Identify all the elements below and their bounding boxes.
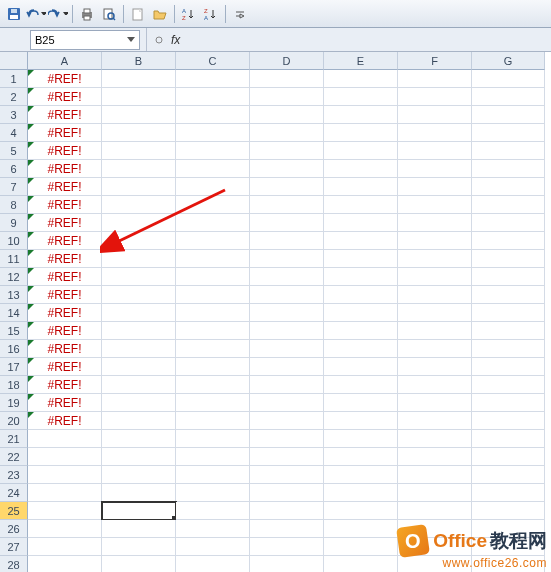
cell-B1[interactable] — [102, 70, 176, 88]
cell-D4[interactable] — [250, 124, 324, 142]
cell-C23[interactable] — [176, 466, 250, 484]
cell-A18[interactable]: #REF! — [28, 376, 102, 394]
cell-B11[interactable] — [102, 250, 176, 268]
cell-E15[interactable] — [324, 322, 398, 340]
cell-D17[interactable] — [250, 358, 324, 376]
row-header-8[interactable]: 8 — [0, 196, 28, 214]
cell-G19[interactable] — [472, 394, 545, 412]
fx-label[interactable]: fx — [171, 33, 180, 47]
cell-F7[interactable] — [398, 178, 472, 196]
cell-A20[interactable]: #REF! — [28, 412, 102, 430]
cell-G11[interactable] — [472, 250, 545, 268]
cell-G10[interactable] — [472, 232, 545, 250]
cell-A22[interactable] — [28, 448, 102, 466]
cell-G14[interactable] — [472, 304, 545, 322]
row-header-28[interactable]: 28 — [0, 556, 28, 572]
cell-G15[interactable] — [472, 322, 545, 340]
row-header-11[interactable]: 11 — [0, 250, 28, 268]
row-header-16[interactable]: 16 — [0, 340, 28, 358]
cell-E20[interactable] — [324, 412, 398, 430]
cell-A7[interactable]: #REF! — [28, 178, 102, 196]
formula-input[interactable] — [188, 31, 551, 49]
row-header-20[interactable]: 20 — [0, 412, 28, 430]
cell-F16[interactable] — [398, 340, 472, 358]
cell-C21[interactable] — [176, 430, 250, 448]
cell-G7[interactable] — [472, 178, 545, 196]
cell-C18[interactable] — [176, 376, 250, 394]
cell-A11[interactable]: #REF! — [28, 250, 102, 268]
cell-B25[interactable] — [102, 502, 176, 520]
cell-F5[interactable] — [398, 142, 472, 160]
row-header-24[interactable]: 24 — [0, 484, 28, 502]
cell-A21[interactable] — [28, 430, 102, 448]
cell-F1[interactable] — [398, 70, 472, 88]
cell-G24[interactable] — [472, 484, 545, 502]
cell-G12[interactable] — [472, 268, 545, 286]
cell-F4[interactable] — [398, 124, 472, 142]
cell-D20[interactable] — [250, 412, 324, 430]
cell-B6[interactable] — [102, 160, 176, 178]
cell-G9[interactable] — [472, 214, 545, 232]
cell-C2[interactable] — [176, 88, 250, 106]
cell-D2[interactable] — [250, 88, 324, 106]
cell-D15[interactable] — [250, 322, 324, 340]
cell-A6[interactable]: #REF! — [28, 160, 102, 178]
cell-A25[interactable] — [28, 502, 102, 520]
cell-B13[interactable] — [102, 286, 176, 304]
row-header-1[interactable]: 1 — [0, 70, 28, 88]
cell-A5[interactable]: #REF! — [28, 142, 102, 160]
cell-E21[interactable] — [324, 430, 398, 448]
cell-D14[interactable] — [250, 304, 324, 322]
cell-G20[interactable] — [472, 412, 545, 430]
row-header-22[interactable]: 22 — [0, 448, 28, 466]
cell-G21[interactable] — [472, 430, 545, 448]
cell-E4[interactable] — [324, 124, 398, 142]
save-button[interactable] — [4, 4, 24, 24]
cell-E13[interactable] — [324, 286, 398, 304]
cell-D22[interactable] — [250, 448, 324, 466]
row-header-12[interactable]: 12 — [0, 268, 28, 286]
cell-C12[interactable] — [176, 268, 250, 286]
cell-C17[interactable] — [176, 358, 250, 376]
cell-F25[interactable] — [398, 502, 472, 520]
cell-B22[interactable] — [102, 448, 176, 466]
cell-D19[interactable] — [250, 394, 324, 412]
cell-D5[interactable] — [250, 142, 324, 160]
col-header-B[interactable]: B — [102, 52, 176, 70]
new-button[interactable] — [128, 4, 148, 24]
cell-D11[interactable] — [250, 250, 324, 268]
row-header-18[interactable]: 18 — [0, 376, 28, 394]
row-header-10[interactable]: 10 — [0, 232, 28, 250]
col-header-G[interactable]: G — [472, 52, 545, 70]
cell-G3[interactable] — [472, 106, 545, 124]
cell-D13[interactable] — [250, 286, 324, 304]
cell-G5[interactable] — [472, 142, 545, 160]
row-header-13[interactable]: 13 — [0, 286, 28, 304]
cell-B9[interactable] — [102, 214, 176, 232]
row-header-27[interactable]: 27 — [0, 538, 28, 556]
row-header-5[interactable]: 5 — [0, 142, 28, 160]
cell-C9[interactable] — [176, 214, 250, 232]
col-header-F[interactable]: F — [398, 52, 472, 70]
cell-C24[interactable] — [176, 484, 250, 502]
cell-A12[interactable]: #REF! — [28, 268, 102, 286]
cell-E5[interactable] — [324, 142, 398, 160]
cell-B26[interactable] — [102, 520, 176, 538]
row-header-26[interactable]: 26 — [0, 520, 28, 538]
cell-F17[interactable] — [398, 358, 472, 376]
cell-F20[interactable] — [398, 412, 472, 430]
row-header-21[interactable]: 21 — [0, 430, 28, 448]
cell-A19[interactable]: #REF! — [28, 394, 102, 412]
cell-F14[interactable] — [398, 304, 472, 322]
cell-D12[interactable] — [250, 268, 324, 286]
cell-B14[interactable] — [102, 304, 176, 322]
cell-C8[interactable] — [176, 196, 250, 214]
cell-E9[interactable] — [324, 214, 398, 232]
cell-D7[interactable] — [250, 178, 324, 196]
cell-D10[interactable] — [250, 232, 324, 250]
col-header-E[interactable]: E — [324, 52, 398, 70]
cell-B20[interactable] — [102, 412, 176, 430]
cell-E18[interactable] — [324, 376, 398, 394]
cell-E24[interactable] — [324, 484, 398, 502]
cell-F23[interactable] — [398, 466, 472, 484]
